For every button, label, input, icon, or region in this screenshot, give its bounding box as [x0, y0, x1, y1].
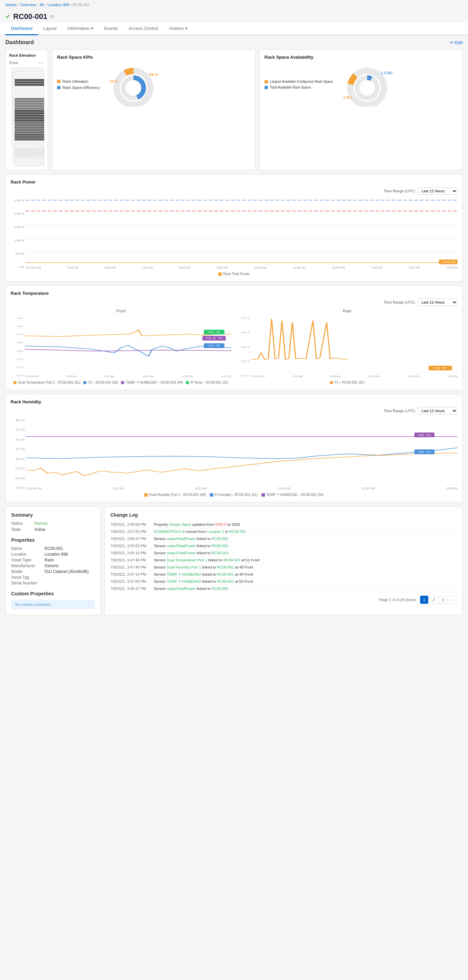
kpi-legend: Rack Utilization Rack Space Efficiency — [57, 80, 99, 89]
tab-layout[interactable]: Layout — [38, 22, 62, 35]
chevron-down-icon-actions: ▾ — [185, 26, 187, 31]
kpi-donut-chart: 23 % 69 % — [106, 62, 161, 107]
temp-front-area: 79 °F 78 °F 77 °F 76 °F 75 °F 74 °F 73 °… — [11, 315, 231, 379]
changelog-row-1: 7/9/2021, 3:57:25 PM 0109AA07PDU1-B move… — [110, 528, 457, 535]
changelog-date-3: 7/9/2021, 3:55:52 PM — [110, 544, 151, 548]
pagination: Page 1 of 3 (25 items) 1 2 3 › — [110, 596, 457, 604]
breadcrumb-assets[interactable]: Assets — [5, 3, 17, 7]
legend-dot-orange — [57, 80, 61, 83]
changelog-row-0: 7/9/2021, 3:58:09 PM Property Design Val… — [110, 521, 457, 528]
svg-point-6 — [357, 78, 377, 98]
changelog-desc-6: Sensor Dual Humidity Port 1 linked to RC… — [154, 565, 457, 569]
power-y-labels: 2.5K W 2.0K W 1.5K W 1.0K W 500 W 0 W — [11, 197, 24, 270]
rack-elevation-panel: Rack Elevation Front ⋯ 42 41 40 39 38 37… — [5, 49, 48, 170]
page-btn-next[interactable]: › — [449, 596, 457, 604]
breadcrumb-current: RC00-001 — [73, 3, 89, 7]
no-custom-props: No custom properties. — [11, 600, 95, 609]
rear-y-labels: 77.0 °F 76.5 °F 76.0 °F 75.5 °F 75.0 °F — [237, 315, 250, 379]
rack-avail-panel: Rack Space Availability Largest Availabl… — [259, 49, 463, 170]
tab-information[interactable]: Information ▾ — [62, 22, 99, 35]
chevron-down-icon: ▾ — [91, 26, 93, 31]
avail-donut-chart: 1.3 RU 3 RU — [340, 62, 394, 107]
front-temp-legend: Dual Temperature Port 1 - RC00-001 (51) … — [11, 379, 231, 385]
temp-front-chart: Front 79 °F 78 °F 77 °F 76 °F 75 °F 74 °… — [11, 309, 231, 385]
changelog-desc-7: Sensor TEMP. Y HUMEDAD linked to RC00-00… — [154, 572, 457, 576]
breadcrumb-all[interactable]: All — [40, 3, 44, 7]
changelog-row-4: 7/9/2021, 3:55:16 PM Sensor outputTotalP… — [110, 549, 457, 557]
humidity-chart-area: 40.0 % 37.5 % 35.0 % 32.5 % 30.0 % 27.5 … — [11, 417, 457, 491]
status-value: Normal — [34, 521, 48, 526]
changelog-date-2: 7/9/2021, 3:56:47 PM — [110, 537, 151, 541]
temp-rear-chart: Rear 77.0 °F 76.5 °F 76.0 °F 75.5 °F 75.… — [237, 309, 457, 385]
power-x-labels: 13 4:00 AM 5:00 AM 6:00 AM 7:00 AM 8:00 … — [26, 265, 457, 270]
breadcrumb-overview[interactable]: Overview — [21, 3, 36, 7]
changelog-title: Change Log — [110, 512, 457, 518]
prop-model: Model 51U Cabinet (30x48x96) — [11, 569, 95, 574]
svg-text:100 W: 100 W — [442, 260, 457, 263]
changelog-desc-4: Sensor outputTotalPower linked to RC00-0… — [154, 551, 457, 555]
power-time-range-label: Time Range (UTC) — [384, 189, 415, 193]
changelog-desc-1: 0109AA07PDU1-B moved from Location 2 to … — [154, 530, 457, 534]
prop-location: Location Location 999 — [11, 552, 95, 557]
legend-item-utilization: Rack Utilization — [57, 80, 99, 83]
page-title: RC00-001 — [13, 12, 47, 21]
humidity-time-range-select[interactable]: Last 12 Hours Last 24 Hours Last 7 Days … — [418, 407, 457, 415]
changelog-date-8: 7/9/2021, 3:47:09 PM — [110, 579, 151, 584]
changelog-row-2: 7/9/2021, 3:56:47 PM Sensor outputTotalP… — [110, 535, 457, 542]
rack-temp-title: Rack Temperature — [11, 291, 457, 296]
dashboard-header: Dashboard ✏ Edit — [0, 35, 468, 49]
legend-item-total: Total Available Rack Space — [265, 86, 333, 89]
page-btn-3[interactable]: 3 — [439, 596, 447, 604]
rack-humidity-panel: Rack Humidity Time Range (UTC) Last 12 H… — [5, 394, 463, 503]
temp-time-range-label: Time Range (UTC) — [384, 300, 415, 304]
donut-svg — [106, 62, 161, 107]
front-y-labels: 79 °F 78 °F 77 °F 76 °F 75 °F 74 °F 73 °… — [11, 315, 24, 379]
changelog-date-0: 7/9/2021, 3:58:09 PM — [110, 522, 151, 527]
temp-time-range-select[interactable]: Last 12 Hours Last 24 Hours Last 7 Days … — [418, 299, 457, 306]
temp-controls: Time Range (UTC) Last 12 Hours Last 24 H… — [11, 299, 457, 306]
power-chart-svg-container: 100 W Rack Total Power 13 4:00 AM 5:00 A… — [26, 197, 457, 270]
summary-panel: Summary Status Normal State Active Prope… — [5, 506, 101, 615]
rack-visual: 42 41 40 39 38 37 36 35 34 33 32 31 30 — [9, 67, 44, 167]
tab-events[interactable]: Events — [99, 22, 123, 35]
changelog-desc-3: Sensor outputTotalPower linked to RC00-0… — [154, 544, 457, 548]
changelog-row-6: 7/9/2021, 3:47:40 PM Sensor Dual Humidit… — [110, 564, 457, 571]
rack-elevation-front-label: Front ⋯ — [9, 60, 44, 65]
svg-text:76 °F: 76 °F — [208, 330, 221, 333]
power-time-range-select[interactable]: Last 12 Hours Last 24 Hours Last 7 Days … — [418, 187, 457, 195]
humidity-time-range-label: Time Range (UTC) — [384, 409, 415, 413]
changelog-date-5: 7/9/2021, 3:47:48 PM — [110, 558, 151, 562]
rack-power-title: Rack Power — [11, 180, 457, 185]
page-btn-1[interactable]: 1 — [420, 596, 428, 604]
custom-properties-section: Custom Properties No custom properties. — [11, 591, 95, 609]
prop-manufacturer: Manufacturer Generic — [11, 563, 95, 568]
edit-icon[interactable]: ⟳ — [50, 14, 54, 19]
tab-access-control[interactable]: Access Control — [123, 22, 163, 35]
svg-text:75 °F: 75 °F — [434, 366, 447, 369]
tab-dashboard[interactable]: Dashboard — [5, 22, 38, 35]
verified-icon: ✔ — [5, 13, 11, 20]
avail-donut-svg — [340, 62, 394, 107]
changelog-row-9: 7/9/2021, 3:46:37 PM Sensor outputTotalP… — [110, 585, 457, 592]
nav-tabs: Dashboard Layout Information ▾ Events Ac… — [0, 22, 468, 35]
summary-title: Summary — [11, 512, 95, 518]
top-row: Rack Elevation Front ⋯ 42 41 40 39 38 37… — [5, 49, 463, 170]
breadcrumb-sep3: / — [45, 3, 46, 7]
page-btn-2[interactable]: 2 — [430, 596, 438, 604]
rear-temp-legend: T3 – RC00-001 (51) — [237, 379, 457, 385]
more-options-btn[interactable]: ⋯ — [39, 60, 44, 65]
rack-kpi-title: Rack Space KPIs — [57, 55, 250, 60]
rack-kpi-body: Rack Utilization Rack Space Efficiency — [57, 62, 250, 107]
changelog-row-8: 7/9/2021, 3:47:09 PM Sensor TEMP. Y HUME… — [110, 578, 457, 585]
breadcrumb-sep4: / — [70, 3, 71, 7]
power-legend-item: Rack Total Power — [218, 272, 250, 276]
avail-val2-label: 3 RU — [343, 95, 352, 100]
changelog-row-7: 7/9/2021, 3:47:14 PM Sensor TEMP. Y HUME… — [110, 571, 457, 578]
prop-name: Name RC00-001 — [11, 546, 95, 551]
power-chart-area: 2.5K W 2.0K W 1.5K W 1.0K W 500 W 0 W — [11, 197, 457, 270]
state-value: Active — [34, 527, 46, 532]
edit-button[interactable]: ✏ Edit — [450, 40, 463, 45]
tab-actions[interactable]: Actions ▾ — [164, 22, 193, 35]
breadcrumb-location[interactable]: Location 999 — [48, 3, 69, 7]
prop-asset-tag: Asset Tag — [11, 575, 95, 580]
